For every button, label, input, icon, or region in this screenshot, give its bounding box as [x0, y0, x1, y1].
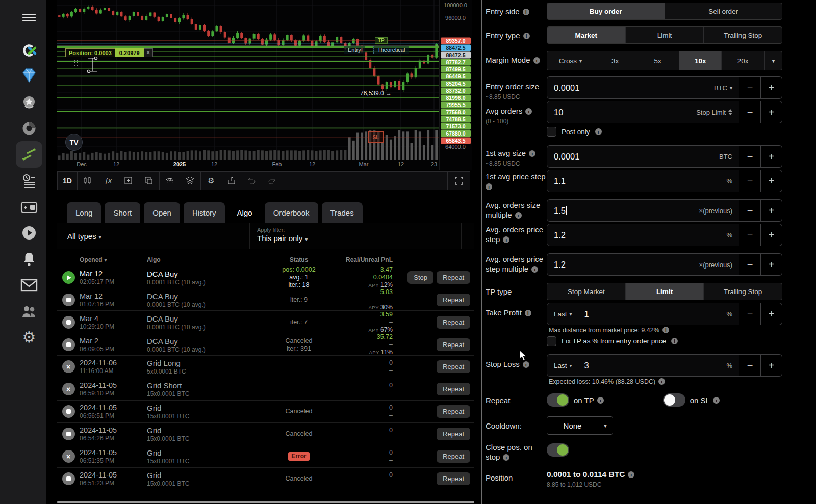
repeat-button[interactable]: Repeat — [437, 383, 470, 395]
repeat-button[interactable]: Repeat — [437, 428, 470, 440]
minus-button[interactable]: − — [740, 354, 761, 377]
repeat-button[interactable]: Repeat — [437, 405, 470, 418]
repeat-button[interactable]: Repeat — [437, 360, 470, 373]
position-tool-close-icon[interactable]: ✕ — [144, 48, 153, 57]
share-export-icon[interactable] — [221, 172, 242, 190]
sl-price-ref-dropdown[interactable]: Last — [554, 355, 578, 376]
repeat-button[interactable]: Repeat — [437, 338, 470, 351]
repeat-button[interactable]: Repeat — [437, 450, 470, 463]
fix-tp-checkbox[interactable] — [547, 336, 556, 346]
first-avg-size-input[interactable]: 0.0001 BTC — [547, 145, 740, 168]
tab-long[interactable]: Long — [67, 202, 101, 223]
plus-button[interactable]: + — [761, 354, 782, 377]
sell-order-button[interactable]: Sell order — [665, 3, 782, 19]
undo-icon[interactable] — [242, 172, 262, 190]
tp-trailing-stop-button[interactable]: Trailing Stop — [704, 283, 782, 300]
tab-history[interactable]: History — [184, 202, 225, 223]
tutorials-play-icon[interactable] — [16, 220, 42, 246]
first-avg-price-step-input[interactable]: 1.1 % — [547, 170, 740, 192]
menu-icon[interactable] — [16, 4, 42, 31]
minus-button[interactable]: − — [740, 76, 761, 99]
tp-stop-market-button[interactable]: Stop Market — [547, 283, 626, 300]
plus-button[interactable]: + — [761, 224, 782, 246]
limit-button[interactable]: Limit — [626, 27, 704, 43]
plus-button[interactable]: + — [761, 101, 782, 123]
stop-loss-input[interactable]: Last 3 % — [547, 354, 740, 377]
app-logo-icon[interactable] — [16, 37, 42, 64]
repeat-button[interactable]: Repeat — [437, 472, 470, 485]
drag-handle-dots-icon[interactable] — [74, 60, 75, 61]
avg-orders-size-multiple-input[interactable]: 1.5 ×(previous) — [547, 199, 740, 222]
sl-line-tag[interactable]: SL — [368, 131, 384, 143]
avg-orders-price-step-input[interactable]: 1.2 % — [547, 224, 740, 246]
buy-order-button[interactable]: Buy order — [547, 3, 665, 19]
tab-orderbook[interactable]: Orderbook — [265, 202, 318, 223]
minus-button[interactable]: − — [740, 303, 761, 325]
interval-button[interactable]: 1D — [58, 172, 77, 190]
minus-button[interactable]: − — [740, 199, 761, 222]
post-only-checkbox[interactable] — [547, 127, 556, 137]
entry-line-tag[interactable]: Entry — [344, 46, 365, 54]
layout-add-icon[interactable] — [118, 172, 139, 190]
plus-button[interactable]: + — [761, 145, 782, 168]
plus-button[interactable]: + — [761, 303, 782, 325]
leverage-20x-button[interactable]: 20x — [722, 51, 764, 70]
leverage-10x-button[interactable]: 10x — [679, 51, 722, 70]
panel-scrollbar[interactable] — [481, 0, 482, 504]
type-filter-dropdown[interactable]: All types — [57, 223, 250, 249]
repeat-button[interactable]: Repeat — [437, 271, 470, 284]
chart-settings-gear-icon[interactable]: ⚙ — [201, 172, 221, 190]
price-chart[interactable]: 100000.096000.064000.089357.088472.58847… — [57, 0, 472, 170]
leverage-3x-button[interactable]: 3x — [594, 51, 637, 70]
hide-drawings-eye-icon[interactable] — [160, 172, 180, 190]
settings-gear-icon[interactable]: ⚙ — [16, 324, 42, 351]
object-tree-layers-icon[interactable] — [180, 172, 200, 190]
portfolio-donut-icon[interactable] — [16, 115, 42, 142]
tab-algo[interactable]: Algo — [228, 202, 261, 223]
minus-button[interactable]: − — [740, 170, 761, 192]
notifications-bell-icon[interactable] — [16, 246, 42, 272]
table-scrollbar[interactable] — [57, 501, 474, 503]
repeat-button[interactable]: Repeat — [437, 316, 470, 329]
stop-limit-sort[interactable]: Stop Limit — [696, 109, 732, 116]
rewards-star-icon[interactable] — [16, 89, 42, 116]
column-opened[interactable]: Opened ▾ — [80, 256, 147, 263]
tradingview-logo[interactable]: TV — [65, 134, 83, 151]
leverage-more-dropdown[interactable]: ▼ — [764, 51, 782, 70]
close-pos-toggle[interactable] — [547, 443, 569, 457]
tp-tag[interactable]: TP — [375, 37, 388, 44]
tab-open[interactable]: Open — [144, 202, 180, 223]
repeat-button[interactable]: Repeat — [437, 294, 470, 306]
minus-button[interactable]: − — [740, 253, 761, 276]
avg-orders-input[interactable]: 10 Stop Limit — [547, 101, 740, 123]
cross-margin-dropdown[interactable]: Cross — [547, 51, 594, 70]
market-button[interactable]: Market — [547, 27, 626, 43]
minus-button[interactable]: − — [740, 145, 761, 168]
premium-diamond-icon[interactable] — [16, 62, 42, 89]
compare-icon[interactable] — [139, 172, 159, 190]
cooldown-dropdown[interactable]: None ▼ — [547, 416, 613, 435]
entry-order-size-input[interactable]: 0.0001 BTC — [547, 76, 740, 99]
stop-button[interactable]: Stop — [407, 271, 434, 284]
messages-mail-icon[interactable] — [16, 272, 42, 299]
pair-filter-dropdown[interactable]: Apply filter: This pair only — [250, 223, 462, 249]
minus-button[interactable]: − — [740, 101, 761, 123]
redo-icon[interactable] — [262, 172, 283, 190]
tp-price-ref-dropdown[interactable]: Last — [554, 303, 578, 325]
leverage-5x-button[interactable]: 5x — [636, 51, 679, 70]
plus-button[interactable]: + — [761, 199, 782, 222]
tab-short[interactable]: Short — [105, 202, 140, 223]
plus-button[interactable]: + — [761, 170, 782, 192]
position-tool-badge[interactable]: Position: 0.0003 0.20979 ✕ — [65, 48, 153, 57]
plus-button[interactable]: + — [761, 253, 782, 276]
minus-button[interactable]: − — [740, 224, 761, 246]
add-funds-card-icon[interactable] — [16, 194, 42, 221]
fullscreen-icon[interactable] — [447, 172, 470, 190]
tab-trades[interactable]: Trades — [322, 202, 363, 223]
take-profit-input[interactable]: Last 1 % — [547, 303, 740, 325]
unit-btc-dropdown[interactable]: BTC — [714, 84, 732, 92]
indicators-fx-icon[interactable]: ƒx — [98, 172, 118, 190]
order-history-icon[interactable] — [16, 168, 42, 194]
plus-button[interactable]: + — [761, 76, 782, 99]
candles-style-icon[interactable] — [78, 172, 98, 190]
